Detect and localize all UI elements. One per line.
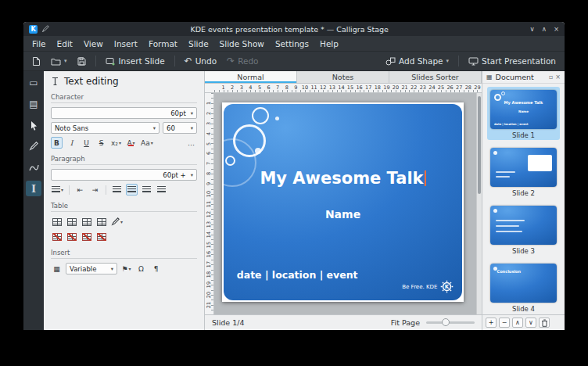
chevron-down-icon[interactable]: ▾	[64, 58, 67, 64]
start-presentation-button[interactable]: Start Presentation	[464, 55, 560, 67]
merge-cells-button[interactable]	[95, 216, 107, 228]
slide-page[interactable]: My Awesome Talk Name date | location | e…	[222, 102, 464, 302]
menu-item-edit[interactable]: Edit	[52, 38, 78, 50]
slide-1-editor[interactable]: My Awesome Talk Name date | location | e…	[224, 104, 462, 300]
ruler-number: 5	[206, 140, 212, 148]
remove-slide-button[interactable]: −	[499, 318, 510, 328]
tool-shape-handling[interactable]: ▭	[26, 75, 41, 91]
save-button[interactable]	[74, 56, 90, 67]
ruler-number: 24	[428, 84, 435, 91]
special-character-button[interactable]: Ω	[135, 263, 147, 274]
menu-item-slide[interactable]: Slide	[183, 38, 214, 50]
menu-item-insert[interactable]: Insert	[109, 38, 143, 50]
insert-row-button[interactable]	[66, 216, 77, 228]
menu-item-file[interactable]: File	[27, 38, 52, 50]
ruler-vertical[interactable]: 123456789101112131415161718192021	[205, 93, 214, 314]
line-height-combo[interactable]: 60pt ▾	[51, 107, 197, 119]
text-line-decoration	[496, 231, 522, 232]
italic-button[interactable]: I	[66, 137, 77, 149]
menu-item-settings[interactable]: Settings	[270, 38, 314, 50]
tab-normal[interactable]: Normal	[205, 71, 297, 83]
maximize-icon[interactable]: ∧	[542, 25, 547, 33]
slide-footer-text[interactable]: date | location | event	[237, 269, 358, 281]
insert-table-button[interactable]	[51, 216, 63, 228]
align-right-button[interactable]	[141, 184, 152, 196]
slide-subtitle-text[interactable]: Name	[224, 208, 462, 221]
docker-header[interactable]: ▦ Document ▫ ×	[482, 71, 565, 84]
slide-title-text[interactable]: My Awesome Talk	[224, 169, 462, 188]
paragraph-mark-button[interactable]: ¶	[150, 263, 162, 274]
insert-grid-button[interactable]: ▦	[51, 263, 63, 274]
menu-item-format[interactable]: Format	[143, 38, 183, 50]
zoom-slider-knob[interactable]	[442, 318, 450, 326]
menu-item-help[interactable]: Help	[314, 38, 344, 50]
panel-header: Text editing	[51, 76, 197, 87]
new-document-button[interactable]	[28, 55, 45, 68]
scrollbar-thumb[interactable]	[478, 96, 481, 194]
zoom-slider[interactable]	[426, 321, 475, 324]
insert-slide-button[interactable]: Insert Slide	[102, 55, 169, 67]
font-color-button[interactable]: A ▾	[125, 137, 137, 149]
slide-thumbnail-2[interactable]: Slide 2	[487, 145, 560, 198]
align-left-button[interactable]	[111, 184, 123, 196]
insert-column-button[interactable]	[81, 216, 92, 228]
view-tabs: Normal Notes Slides Sorter	[205, 71, 482, 84]
kde-logo-icon: K	[440, 280, 454, 293]
add-slide-button[interactable]: +	[486, 318, 497, 328]
paragraph-spacing-combo[interactable]: 60pt + ▾	[51, 169, 197, 181]
tool-text-editing[interactable]: I	[26, 181, 41, 196]
strikethrough-button[interactable]: S	[95, 137, 107, 149]
minimize-icon[interactable]: ∨	[529, 25, 534, 33]
tool-calligraphy[interactable]	[26, 160, 41, 175]
text-cursor	[425, 170, 426, 186]
slide-thumbnail-4[interactable]: Conclusion Slide 4	[487, 260, 560, 314]
delete-table-button[interactable]	[81, 231, 92, 242]
section-character: Character	[51, 93, 197, 103]
open-document-button[interactable]: ▾	[47, 56, 71, 67]
tab-notes[interactable]: Notes	[297, 71, 389, 83]
slide-canvas[interactable]: My Awesome Talk Name date | location | e…	[214, 93, 476, 314]
bold-button[interactable]: B	[51, 137, 63, 149]
list-style-button[interactable]: ▾	[51, 184, 64, 196]
subscript-superscript-button[interactable]: x₂ ▾	[110, 137, 122, 149]
font-family-combo[interactable]: Noto Sans ▾	[51, 122, 160, 134]
tab-slides-sorter[interactable]: Slides Sorter	[389, 71, 482, 83]
insert-flag-button[interactable]: ⚑ ▾	[120, 263, 132, 274]
delete-column-button[interactable]	[66, 231, 77, 242]
move-slide-up-button[interactable]: ∧	[512, 318, 523, 328]
tool-selection[interactable]	[26, 117, 41, 133]
decrease-indent-button[interactable]: ⇤	[74, 184, 86, 196]
menu-item-view[interactable]: View	[78, 38, 109, 50]
slide-thumbnail-1[interactable]: My Awesome Talk Name date | location | e…	[487, 87, 560, 140]
move-slide-down-button[interactable]: ∨	[525, 318, 536, 328]
tool-line-drawing[interactable]	[26, 138, 41, 154]
zoom-mode-label[interactable]: Fit Page	[391, 318, 420, 327]
delete-row-button[interactable]	[51, 231, 63, 242]
menu-item-slide-show[interactable]: Slide Show	[214, 38, 270, 50]
float-docker-icon[interactable]: ▫	[549, 74, 553, 81]
slide-thumbnail-3[interactable]: Slide 3	[487, 203, 560, 256]
redo-button[interactable]: ↷ Redo	[223, 55, 262, 67]
undo-button[interactable]: ↶ Undo	[181, 55, 221, 67]
chevron-down-icon: ▾	[119, 140, 121, 145]
split-cells-button[interactable]	[95, 231, 107, 242]
close-icon[interactable]: ×	[554, 25, 559, 33]
underline-button[interactable]: U	[81, 137, 92, 149]
delete-slide-button[interactable]	[539, 318, 550, 328]
border-style-button[interactable]: ▾	[110, 216, 124, 228]
titlebar[interactable]: K KDE events presentation template * — C…	[23, 22, 565, 36]
more-character-options-button[interactable]: …	[185, 137, 197, 149]
align-justify-button[interactable]	[156, 184, 167, 196]
variable-combo[interactable]: Variable ▾	[66, 263, 117, 274]
ruler-number: 9	[294, 84, 297, 91]
close-docker-icon[interactable]: ×	[555, 74, 561, 81]
ruler-number: 6	[206, 149, 212, 157]
align-center-button[interactable]	[126, 184, 138, 196]
increase-indent-button[interactable]: ⇥	[89, 184, 101, 196]
vertical-scrollbar[interactable]	[476, 93, 482, 314]
tool-slide-layout[interactable]: ▤	[26, 96, 41, 112]
change-case-button[interactable]: Aa ▾	[140, 137, 154, 149]
ruler-horizontal[interactable]: 1234567891011121314151617181920212223242…	[205, 84, 482, 93]
font-size-combo[interactable]: 60 ▾	[163, 122, 197, 134]
add-shape-button[interactable]: Add Shape ▾	[382, 55, 453, 67]
